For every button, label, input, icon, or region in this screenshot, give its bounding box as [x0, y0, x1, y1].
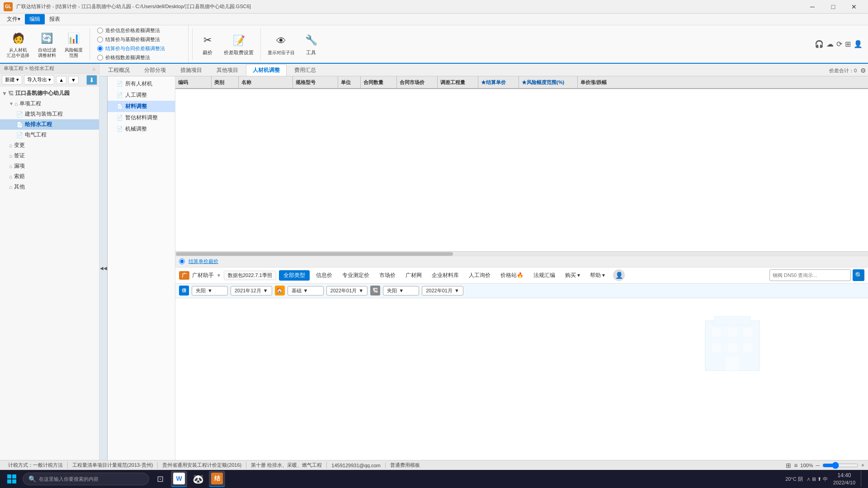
- radio-option-2[interactable]: 结算价与基期价额调整法: [97, 36, 184, 43]
- account-icon[interactable]: 👤: [854, 40, 863, 48]
- gy-tab-all[interactable]: 全部类型: [279, 270, 310, 281]
- tree-node-label: 签证: [14, 152, 25, 160]
- tree-node-bg[interactable]: ⌂ 变更: [0, 140, 99, 150]
- up-btn[interactable]: ▲: [56, 76, 66, 84]
- taskbar-search[interactable]: 🔍 在这里输入你要搜索的内容: [23, 473, 149, 485]
- gy-helper-label[interactable]: 广材助手: [192, 272, 214, 279]
- taskbar-time-date[interactable]: 14:40 2022/4/10: [831, 472, 857, 486]
- menu-item-edit[interactable]: 编辑: [25, 14, 45, 24]
- svg-rect-3: [728, 328, 737, 337]
- filter-dropdown-city1[interactable]: 夹阳▼: [192, 286, 228, 296]
- help-icon[interactable]: 🎧: [815, 40, 824, 48]
- gy-version-btn[interactable]: 数据包2022.7.1季照: [224, 271, 276, 280]
- import-export-btn[interactable]: 导入导出 ▾: [24, 75, 54, 84]
- left-panel-item-all[interactable]: 📄 所有人材机: [108, 78, 175, 89]
- left-panel-item-labor[interactable]: 📄 人工调整: [108, 89, 175, 101]
- tree-node-dxgc[interactable]: ▼ ⌂ 单项工程: [0, 99, 99, 109]
- tree-node-qt[interactable]: ⌂ 其他: [0, 182, 99, 192]
- tree-node-label: 电气工程: [25, 131, 47, 139]
- tree-node-jps[interactable]: 📄 给排水工程: [0, 119, 99, 130]
- tab-overview[interactable]: 工程概况: [101, 64, 137, 76]
- taskbar-taskview[interactable]: ⊡: [152, 471, 168, 487]
- gy-search-btn[interactable]: 🔍: [853, 269, 864, 281]
- settle-price-link[interactable]: 结算单价裁价: [189, 258, 218, 265]
- taskbar-show-desktop[interactable]: [861, 471, 864, 487]
- zoom-slider[interactable]: [822, 462, 859, 469]
- gy-tab-labor[interactable]: 人工询价: [465, 270, 494, 281]
- tree-node-jzgc[interactable]: 📄 建筑与装饰工程: [0, 109, 99, 119]
- close-btn[interactable]: ✕: [844, 0, 864, 14]
- taskbar-notifications-area[interactable]: ∧ ⊞ ⬆ 中: [807, 476, 828, 483]
- filter-dropdown-date3[interactable]: 2022年01月▼: [422, 286, 463, 296]
- settings-icon[interactable]: ⚙: [860, 67, 866, 74]
- left-panel-item-estimate[interactable]: 📄 暂估材料调整: [108, 112, 175, 123]
- tree-node-lx[interactable]: ⌂ 漏项: [0, 161, 99, 171]
- filter-dropdown-base[interactable]: 基础▼: [288, 286, 324, 296]
- zoom-in-icon[interactable]: +: [861, 462, 864, 469]
- collapse-btn[interactable]: ◀◀: [99, 76, 108, 460]
- gy-tab-buy[interactable]: 购买 ▾: [561, 270, 584, 281]
- tab-other[interactable]: 其他项目: [210, 64, 245, 76]
- cloud-icon[interactable]: ☁: [826, 40, 834, 48]
- th-contract-price: 合同市场价: [397, 76, 438, 88]
- gy-tab-info[interactable]: 信息价: [312, 270, 336, 281]
- gy-tab-enterprise[interactable]: 企业材料库: [428, 270, 462, 281]
- gy-tab-market[interactable]: 市场价: [376, 270, 399, 281]
- tab-sections[interactable]: 分部分项: [137, 64, 173, 76]
- settle-price-radio[interactable]: [179, 258, 185, 264]
- radio-option-4[interactable]: 价格指数差额调整法: [97, 54, 184, 61]
- svg-rect-12: [12, 479, 16, 483]
- risk-range-btn[interactable]: 📊 风险幅度 范围: [61, 28, 86, 61]
- auto-adjust-btn[interactable]: 🔄 自动过滤 调整材料: [34, 28, 59, 61]
- h-scrollbar[interactable]: [175, 251, 868, 256]
- filter-dropdown-date1[interactable]: 2021年12月▼: [231, 286, 272, 296]
- filter-badge-home[interactable]: 🏠: [275, 286, 285, 296]
- radio-option-3[interactable]: 结算价与合同价差额调整法: [97, 45, 184, 52]
- svg-rect-5: [712, 343, 721, 352]
- gy-tab-net[interactable]: 广材网: [402, 270, 425, 281]
- tree-node-dqgc[interactable]: 📄 电气工程: [0, 130, 99, 140]
- filter-dropdown-date2[interactable]: 2022年01月▼: [326, 286, 368, 296]
- gy-tab-help[interactable]: 帮助 ▾: [586, 270, 609, 281]
- taskbar-app-browser[interactable]: 🐼: [190, 471, 206, 487]
- price-diff-settings-btn[interactable]: 📝 价差取费设置: [221, 30, 257, 58]
- tab-labor-adjust[interactable]: 人材机调整: [246, 64, 287, 76]
- radio-option-1[interactable]: 造价信息价格差额调整法: [97, 27, 184, 34]
- view-list-icon[interactable]: ≡: [794, 462, 797, 469]
- filter-badge-info[interactable]: 信: [179, 286, 189, 296]
- view-grid-icon[interactable]: ⊞: [786, 462, 791, 469]
- menu-item-file[interactable]: 文件▾: [2, 14, 25, 24]
- gy-tab-price-station[interactable]: 价格站🔥: [497, 270, 527, 281]
- grid-icon[interactable]: ⊞: [845, 40, 851, 48]
- tab-cost-summary[interactable]: 费用汇总: [288, 64, 323, 76]
- tree-node-qz[interactable]: ⌂ 签证: [0, 150, 99, 161]
- crop-price-btn[interactable]: ✂ 裁价: [196, 30, 219, 58]
- restore-btn[interactable]: □: [823, 0, 844, 14]
- left-panel-item-machine[interactable]: 📄 机械调整: [108, 123, 175, 135]
- helper-dropdown-icon[interactable]: ▼: [217, 273, 221, 278]
- start-btn[interactable]: [4, 471, 20, 487]
- zoom-out-icon[interactable]: ─: [816, 462, 820, 469]
- display-btn[interactable]: 👁 显示对应子目: [264, 31, 298, 58]
- tree-root[interactable]: ▼ 🏗 江口县凯德中心幼儿园: [0, 88, 99, 99]
- from-labor-btn[interactable]: 🧑 从人材机 汇总中选择: [4, 28, 33, 61]
- cloud-download-btn[interactable]: ⬇: [86, 75, 97, 85]
- filter-badge-build[interactable]: 🏗: [370, 286, 380, 296]
- left-panel-item-material[interactable]: 📄 材料调整: [108, 101, 175, 112]
- minimize-btn[interactable]: ─: [802, 0, 823, 14]
- gy-tab-pro[interactable]: 专业测定价: [339, 270, 373, 281]
- tab-measures[interactable]: 措施项目: [174, 64, 209, 76]
- update-icon[interactable]: ⟳: [836, 40, 842, 48]
- down-btn[interactable]: ▼: [68, 76, 79, 84]
- tools-btn[interactable]: 🔧 工具: [300, 30, 322, 58]
- filter-dropdown-city2[interactable]: 夹阳▼: [383, 286, 419, 296]
- taskbar-app-word[interactable]: W: [171, 471, 187, 487]
- sidebar: 单项工程 > 给排水工程 ⌂ 新建 ▾ 导入导出 ▾ ▲ ▼ ⬇ ▼ 🏗 江口县…: [0, 64, 99, 460]
- gy-account-icon[interactable]: 👤: [613, 269, 625, 281]
- menu-item-report[interactable]: 报表: [45, 14, 65, 24]
- gy-tab-laws[interactable]: 法规汇编: [530, 270, 559, 281]
- gy-search-input[interactable]: [769, 269, 851, 281]
- new-btn[interactable]: 新建 ▾: [2, 75, 22, 84]
- tree-node-sp[interactable]: ⌂ 索赔: [0, 171, 99, 182]
- taskbar-app-gscp[interactable]: 结: [209, 471, 225, 487]
